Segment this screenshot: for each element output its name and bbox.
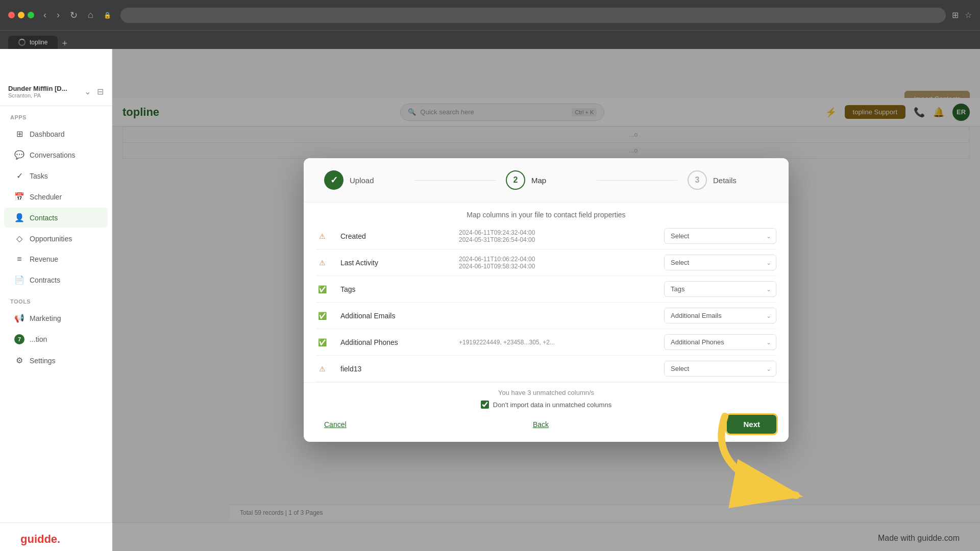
step-divider-1 [415,180,496,181]
tools-section-label: Tools [0,290,112,308]
browser-tab[interactable]: topline [8,36,58,49]
status-ok-tags: ✅ [316,283,328,295]
modal-footer: You have 3 unmatched column/s Don't impo… [304,382,789,442]
mapping-row-additional-phones: ✅ Additional Phones +19192224449, +23458… [316,329,776,356]
select-wrapper-last-activity: Select ⌄ [664,255,776,270]
modal-backdrop: ✓ Upload 2 Map 3 Details [112,49,980,551]
modal-subtitle: Map columns in your file to contact fiel… [304,203,789,223]
select-field13[interactable]: Select [664,361,776,377]
layout-toggle-icon[interactable]: ⊟ [97,87,104,96]
settings-icon: ⚙ [14,356,24,365]
step-details: 3 Details [688,170,768,190]
dont-import-label[interactable]: Don't import data in unmatched columns [493,401,611,409]
select-additional-emails[interactable]: Additional Emails [664,308,776,323]
select-wrapper-additional-phones: Additional Phones ⌄ [664,334,776,350]
select-last-activity[interactable]: Select [664,255,776,270]
sidebar-item-tasks[interactable]: ✓ Tasks [4,166,108,186]
sidebar-item-conversations[interactable]: 💬 Conversations [4,145,108,165]
step-map: 2 Map [506,170,586,190]
close-dot[interactable] [8,12,15,18]
workspace-selector[interactable]: Dunder Mifflin [D... Scranton, PA ⌄ ⊟ [0,78,112,106]
home-icon[interactable]: ⌂ [85,9,96,21]
reload-icon[interactable]: ↻ [67,9,81,22]
sidebar-label-tasks: Tasks [30,172,48,180]
workspace-name: Dunder Mifflin [D... [8,85,67,92]
sidebar-item-dashboard[interactable]: ⊞ Dashboard [4,124,108,144]
back-icon[interactable]: ‹ [40,9,50,21]
maximize-dot[interactable] [28,12,34,18]
dashboard-icon: ⊞ [14,129,24,139]
tab-label: topline [30,39,47,46]
address-bar[interactable] [120,8,946,23]
sidebar-label-contacts: Contacts [30,214,58,222]
step-upload: ✓ Upload [324,170,405,190]
sidebar-label-scheduler: Scheduler [30,193,62,201]
sidebar-label-contracts: Contracts [30,276,60,284]
marketing-icon: 📢 [14,313,24,323]
select-created[interactable]: Select [664,228,776,244]
dont-import-checkbox[interactable] [481,400,489,409]
field-name-additional-emails: Additional Emails [340,312,453,320]
forward-icon[interactable]: › [54,9,63,21]
tab-spinner [18,39,26,46]
modal-body: Map columns in your file to contact fiel… [304,203,789,442]
main-content: topline 🔍 Quick search here Ctrl + K ⚡ t… [112,49,980,551]
select-wrapper-field13: Select ⌄ [664,361,776,377]
field-name-field13: field13 [340,365,453,373]
sample-last-activity: 2024-06-11T10:06:22-04:00 2024-06-10T09:… [459,256,658,270]
conversations-icon: 💬 [14,150,24,160]
step-upload-circle: ✓ [324,170,344,190]
contacts-icon: 👤 [14,213,24,222]
step-details-circle: 3 [688,170,707,190]
automation-icon: 7 [14,334,24,344]
browser-chrome: ‹ › ↻ ⌂ 🔒 ⊞ ☆ [0,0,980,31]
checkbox-row: Don't import data in unmatched columns [316,400,776,409]
step-map-circle: 2 [506,170,525,190]
mapping-row-tags: ✅ Tags Tags ⌄ [316,276,776,303]
modal-buttons: Cancel Back Next [316,415,776,434]
sidebar-item-contacts[interactable]: 👤 Contacts [4,208,108,228]
sidebar-item-settings[interactable]: ⚙ Settings [4,350,108,370]
sidebar-item-contracts[interactable]: 📄 Contracts [4,270,108,290]
contracts-icon: 📄 [14,275,24,285]
sample-created: 2024-06-11T09:24:32-04:00 2024-05-31T08:… [459,229,658,243]
cancel-button[interactable]: Cancel [316,416,355,433]
back-button[interactable]: Back [525,416,557,433]
sidebar-label-dashboard: Dashboard [30,130,65,138]
apps-section-label: Apps [0,106,112,123]
lock-icon: 🔒 [101,11,114,20]
minimize-dot[interactable] [18,12,24,18]
sidebar-label-marketing: Marketing [30,314,61,322]
sidebar-item-scheduler[interactable]: 📅 Scheduler [4,187,108,207]
mapping-row-created: ⚠ Created 2024-06-11T09:24:32-04:00 2024… [316,223,776,249]
select-additional-phones[interactable]: Additional Phones [664,334,776,350]
sidebar-item-marketing[interactable]: 📢 Marketing [4,308,108,328]
app-container: Dunder Mifflin [D... Scranton, PA ⌄ ⊟ Ap… [0,49,980,551]
tasks-icon: ✓ [14,171,24,181]
sidebar-label-automation: ...tion [30,335,47,343]
select-tags[interactable]: Tags [664,281,776,297]
step-divider-2 [597,180,677,181]
sidebar-label-conversations: Conversations [30,151,76,159]
workspace-caret-icon: ⌄ [84,87,91,96]
status-warn-last-activity: ⚠ [316,257,328,269]
sidebar-item-opportunities[interactable]: ◇ Opportunities [4,229,108,248]
mapping-table: ⚠ Created 2024-06-11T09:24:32-04:00 2024… [304,223,789,382]
sidebar: Dunder Mifflin [D... Scranton, PA ⌄ ⊟ Ap… [0,49,112,551]
browser-extensions-icon[interactable]: ⊞ [952,10,959,20]
sidebar-label-settings: Settings [30,357,56,365]
revenue-icon: ≡ [14,255,24,264]
field-name-created: Created [340,232,453,240]
new-tab-button[interactable]: + [62,38,67,49]
tab-bar: topline + [0,31,980,49]
sidebar-item-automation[interactable]: 7 ...tion [4,329,108,349]
status-ok-additional-phones: ✅ [316,336,328,348]
field-name-last-activity: Last Activity [340,259,453,267]
sidebar-item-revenue[interactable]: ≡ Revenue [4,249,108,269]
import-mapping-modal: ✓ Upload 2 Map 3 Details [304,158,789,442]
mapping-row-additional-emails: ✅ Additional Emails Additional Emails ⌄ [316,303,776,329]
browser-bookmark-icon[interactable]: ☆ [965,10,972,20]
select-wrapper-tags: Tags ⌄ [664,281,776,297]
next-button[interactable]: Next [727,415,776,434]
guidde-logo: guidde. [20,533,60,546]
